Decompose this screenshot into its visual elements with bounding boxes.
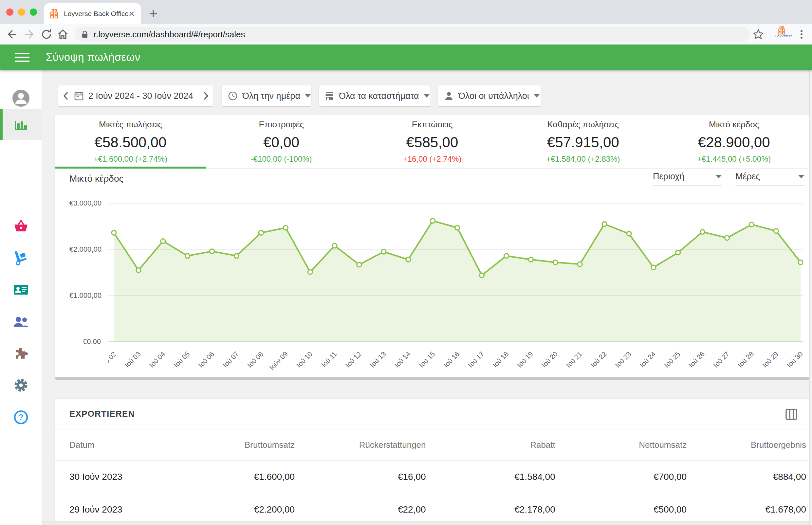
sidebar-item-customers[interactable] bbox=[0, 274, 42, 305]
chart-data-point bbox=[651, 265, 656, 270]
metric-tab-2[interactable]: Εκπτώσεις€585,00+16,00 (+2.74%) bbox=[357, 115, 508, 168]
chevron-down-icon bbox=[424, 94, 430, 97]
stores-filter-button[interactable]: Όλα τα καταστήματα bbox=[319, 86, 431, 106]
menu-hamburger-icon[interactable] bbox=[15, 50, 29, 64]
metric-label: Εκπτώσεις bbox=[412, 119, 453, 130]
hand-truck-icon bbox=[13, 250, 29, 266]
chart-data-point bbox=[283, 226, 288, 230]
x-axis-tick-label: Ιού 30 bbox=[785, 350, 803, 369]
metric-value: €58.500,00 bbox=[94, 134, 166, 151]
url-bar[interactable]: r.loyverse.com/dashboard/#/report/sales bbox=[75, 27, 750, 42]
chart-data-point bbox=[357, 262, 361, 267]
macos-minimize-button[interactable] bbox=[18, 9, 25, 16]
person-icon bbox=[444, 91, 454, 101]
x-axis-tick-label: Ιού 28 bbox=[736, 350, 755, 369]
table-header-row: DatumBruttoumsatzRückerstattungenRabattN… bbox=[55, 430, 809, 461]
chart-data-point bbox=[774, 229, 778, 234]
export-button[interactable]: EXPORTIEREN bbox=[70, 409, 135, 419]
date-range-label: 2 Ιούν 2024 - 30 Ιούν 2024 bbox=[88, 91, 193, 101]
x-axis-tick-label: Ιού 22 bbox=[589, 350, 608, 369]
reload-icon[interactable] bbox=[40, 28, 53, 41]
clock-icon bbox=[228, 91, 238, 101]
metric-change: +€1.445,00 (+5.00%) bbox=[697, 154, 771, 164]
sidebar-item-help[interactable]: ? bbox=[0, 402, 42, 433]
sidebar-item-items[interactable] bbox=[0, 211, 42, 242]
tab-close-icon[interactable] bbox=[128, 10, 135, 18]
time-filter-button[interactable]: Όλη την ημέρα bbox=[222, 86, 311, 106]
contact-card-icon bbox=[13, 282, 29, 298]
lock-icon[interactable] bbox=[80, 30, 89, 39]
bottom-scrollbar-track[interactable] bbox=[42, 521, 812, 525]
x-axis-tick-label: Ιού 24 bbox=[638, 350, 657, 369]
page-title: Σύνοψη πωλήσεων bbox=[46, 51, 140, 63]
browser-menu-kebab-icon[interactable] bbox=[795, 28, 808, 41]
x-axis-tick-label: Ιού 04 bbox=[148, 350, 167, 369]
x-axis-tick-label: Ιού 11 bbox=[320, 350, 338, 369]
table-column-header[interactable]: Bruttoumsatz bbox=[223, 430, 295, 461]
new-tab-button[interactable] bbox=[148, 9, 159, 19]
previous-period-button[interactable] bbox=[58, 86, 74, 106]
metric-change: +16,00 (+2.74%) bbox=[403, 154, 462, 164]
y-axis-tick-label: €0,00 bbox=[70, 338, 101, 346]
table-cell: 29 Ιούν 2023 bbox=[55, 493, 223, 525]
area-select-value: Περιοχή bbox=[653, 171, 684, 182]
svg-text:?: ? bbox=[18, 413, 23, 422]
chart-data-point bbox=[406, 257, 411, 262]
home-icon[interactable] bbox=[56, 28, 70, 41]
metric-tab-1[interactable]: Επιστροφές€0,00-€100,00 (-100%) bbox=[206, 115, 357, 168]
avatar-icon bbox=[12, 89, 30, 107]
sidebar-item-inventory[interactable] bbox=[0, 242, 42, 274]
chart-data-point bbox=[161, 239, 165, 243]
chart-data-point bbox=[504, 254, 508, 258]
sidebar-item-employees[interactable] bbox=[0, 306, 42, 338]
appbar: Σύνοψη πωλήσεων bbox=[0, 45, 812, 70]
macos-close-button[interactable] bbox=[6, 9, 13, 16]
metric-tab-0[interactable]: Μικτές πωλήσεις€58.500,00+€1.600,00 (+2.… bbox=[55, 115, 206, 168]
chart-data-point bbox=[553, 260, 558, 265]
table-cell: €1.600,00 bbox=[223, 461, 295, 493]
chart-data-point bbox=[308, 270, 312, 274]
loyverse-extension-icon[interactable]: LOYVERSE bbox=[775, 26, 788, 39]
metric-tab-3[interactable]: Καθαρές πωλήσεις€57.915,00+€1.584,00 (+2… bbox=[507, 115, 659, 168]
table-column-header[interactable]: Rückerstattungen bbox=[295, 430, 426, 461]
macos-zoom-button[interactable] bbox=[30, 9, 37, 16]
column-picker-icon[interactable] bbox=[784, 407, 798, 421]
chevron-down-icon bbox=[305, 94, 311, 97]
browser-tab[interactable]: Loyverse Back Office bbox=[44, 3, 141, 24]
sidebar-item-reports[interactable] bbox=[0, 109, 42, 140]
table-column-header[interactable]: Datum bbox=[55, 430, 223, 461]
chevron-down-icon bbox=[798, 175, 804, 178]
sidebar-item-settings[interactable] bbox=[0, 370, 42, 401]
horizontal-scrollbar[interactable] bbox=[55, 377, 809, 380]
table-column-header[interactable]: Nettoumsatz bbox=[555, 430, 686, 461]
chart-data-point bbox=[578, 262, 582, 267]
sales-summary-card: Μικτές πωλήσεις€58.500,00+€1.600,00 (+2.… bbox=[55, 115, 809, 378]
chart-data-point bbox=[700, 229, 705, 234]
chevron-down-icon bbox=[534, 94, 540, 97]
browser-tab-strip: Loyverse Back Office bbox=[0, 0, 812, 24]
forward-icon[interactable] bbox=[23, 28, 36, 41]
gross-profit-chart: €3.000,00€2.000,00€1.000,00€0,00 Ιού 02Ι… bbox=[70, 193, 809, 376]
vertical-scrollbar-track[interactable] bbox=[809, 70, 812, 525]
employees-filter-label: Όλοι οι υπάλληλοι bbox=[458, 91, 529, 101]
table-column-header[interactable]: Bruttoergebnis bbox=[686, 430, 809, 461]
chart-data-point bbox=[725, 236, 729, 240]
x-axis-tick-label: Ιού 14 bbox=[393, 350, 412, 369]
next-period-button[interactable] bbox=[198, 86, 213, 106]
area-select[interactable]: Περιοχή bbox=[653, 171, 722, 186]
chart-data-point bbox=[185, 254, 190, 258]
metric-tab-4[interactable]: Μικτό κέρδος€28.900,00+€1.445,00 (+5.00%… bbox=[659, 115, 809, 168]
x-axis-tick-label: Ιού 15 bbox=[417, 350, 436, 369]
chart-data-point bbox=[798, 260, 803, 265]
date-range-button[interactable]: 2 Ιούν 2024 - 30 Ιούν 2024 bbox=[74, 91, 198, 101]
employees-filter-button[interactable]: Όλοι οι υπάλληλοι bbox=[438, 86, 541, 106]
interval-select[interactable]: Μέρες bbox=[735, 171, 805, 186]
table-cell: €1.584,00 bbox=[426, 461, 555, 493]
sales-table: DatumBruttoumsatzRückerstattungenRabattN… bbox=[55, 430, 809, 525]
bookmark-star-icon[interactable] bbox=[752, 28, 765, 41]
sidebar-item-integrations[interactable] bbox=[0, 338, 42, 369]
back-icon[interactable] bbox=[5, 28, 18, 41]
table-column-header[interactable]: Rabatt bbox=[426, 430, 555, 461]
chart-data-point bbox=[234, 254, 239, 258]
metric-change: -€100,00 (-100%) bbox=[251, 154, 312, 164]
